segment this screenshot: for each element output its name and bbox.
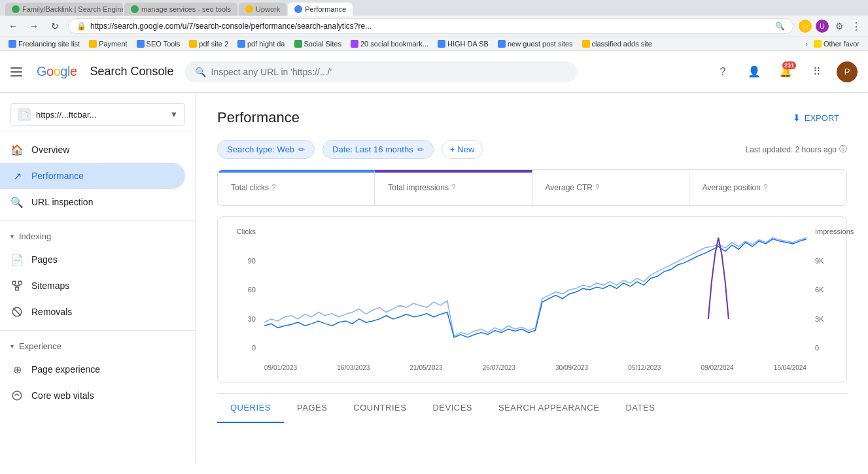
bookmark-favicon [582, 40, 590, 48]
search-input[interactable] [211, 67, 566, 77]
help-icon[interactable]: ? [451, 183, 456, 192]
bookmark-label: Other favor [824, 40, 859, 48]
sidebar-item-label: Performance [31, 171, 84, 181]
tab-pages[interactable]: PAGES [284, 394, 340, 423]
help-icon[interactable]: ⓘ [839, 144, 847, 155]
reload-button[interactable]: ↻ [47, 18, 63, 34]
date-filter[interactable]: Date: Last 16 months ✏ [322, 140, 434, 159]
sidebar-item-core-web-vitals[interactable]: Core web vitals [0, 382, 185, 409]
app-name: Search Console [90, 65, 174, 78]
tab-dates-label: DATES [625, 403, 655, 413]
bookmark-socialbookmark[interactable]: 20 social bookmark... [347, 39, 432, 49]
export-label: EXPORT [805, 113, 839, 123]
bookmark-highdasb[interactable]: HIGH DA SB [434, 39, 492, 49]
browser-tab-1[interactable]: Family/Backlink | Search Engine ... [5, 3, 123, 16]
removals-icon [10, 305, 24, 318]
content-header: Performance ⬇ EXPORT [217, 109, 847, 127]
bookmark-classified[interactable]: classified adds site [579, 39, 655, 49]
sidebar-item-performance[interactable]: ↗ Performance [0, 163, 185, 189]
plus-icon: + [450, 144, 455, 154]
profile-icon[interactable]: U [816, 20, 829, 33]
bookmark-seotools[interactable]: SEO Tools [133, 39, 184, 49]
metric-avg-position[interactable]: Average position ? [689, 170, 846, 205]
tab-countries-label: COUNTRIES [353, 403, 406, 413]
bookmark-pdfsite2[interactable]: pdf site 2 [186, 39, 232, 49]
tab-dates[interactable]: DATES [612, 394, 668, 423]
sidebar-item-sitemaps[interactable]: Sitemaps [0, 273, 185, 299]
search-icon: 🔍 [195, 67, 206, 77]
home-icon: 🏠 [10, 143, 24, 156]
help-icon[interactable]: ? [763, 183, 768, 192]
bookmark-socialsites[interactable]: Social Sites [291, 39, 345, 49]
sidebar-item-page-experience[interactable]: ⊕ Page experience [0, 356, 185, 382]
browser-tab-3[interactable]: Upwork [239, 3, 286, 16]
bookmark-label: new guest post sites [508, 40, 573, 48]
bookmark-label: SEO Tools [147, 40, 181, 48]
sidebar-item-overview[interactable]: 🏠 Overview [0, 137, 185, 163]
x-label-5: 30/09/2023 [555, 364, 588, 371]
help-icon[interactable]: ? [271, 183, 276, 192]
metrics-row: Total clicks ? Total impressions ? Avera… [217, 169, 847, 206]
tab-queries-label: QUERIES [230, 403, 271, 413]
indexing-section-header[interactable]: ▾ Indexing [0, 226, 196, 246]
bookmarks-more[interactable]: › [805, 40, 808, 48]
sidebar-item-removals[interactable]: Removals [0, 299, 185, 325]
x-label-3: 21/05/2023 [410, 364, 443, 371]
export-button[interactable]: ⬇ EXPORT [785, 109, 847, 127]
main-layout: 📄 https://...ftcbar... ▼ 🏠 Overview ↗ Pe… [0, 93, 868, 463]
forward-button[interactable]: → [26, 18, 42, 34]
sitemaps-icon [10, 279, 24, 292]
address-bar[interactable]: 🔒 https://search.google.com/u/7/search-c… [68, 18, 793, 34]
tab-label-3: Upwork [256, 5, 280, 13]
tab-search-appearance[interactable]: SEARCH APPEARANCE [485, 394, 612, 423]
help-icon: ? [720, 66, 726, 78]
help-button[interactable]: ? [711, 60, 735, 84]
help-icon[interactable]: ? [595, 183, 600, 192]
bookmark-otherfav[interactable]: Other favor [810, 39, 863, 49]
more-icon[interactable]: ⋮ [850, 20, 863, 33]
y-left-30: 30 [248, 315, 256, 323]
metric-avg-ctr[interactable]: Average CTR ? [532, 170, 689, 205]
lock-icon: 🔒 [77, 22, 86, 31]
avatar[interactable]: P [837, 61, 858, 82]
x-label-1: 09/01/2023 [264, 364, 297, 371]
chart-y-axis-left: Clicks 90 60 30 0 [228, 228, 261, 352]
browser-tab-2[interactable]: manage services - seo tools [124, 3, 237, 16]
trending-up-icon: ↗ [10, 169, 24, 182]
app-header: Google Search Console 🔍 ? 👤 🔔 231 ⠿ P [0, 51, 868, 93]
svg-rect-2 [16, 287, 19, 290]
metric-total-impressions[interactable]: Total impressions ? [375, 170, 532, 205]
search-type-filter[interactable]: Search type: Web ✏ [217, 140, 315, 159]
notifications-button[interactable]: 🔔 231 [774, 60, 797, 84]
y-left-0: 0 [252, 344, 256, 352]
browser-tab-4[interactable]: Performance [288, 3, 353, 16]
sidebar-item-label: Removals [31, 307, 72, 317]
back-button[interactable]: ← [5, 18, 21, 34]
bookmark-guestpost[interactable]: new guest post sites [495, 39, 576, 49]
extensions-icon[interactable]: ⚙ [833, 20, 846, 33]
last-updated-text: Last updated: 2 hours ago [746, 145, 837, 154]
sidebar-item-pages[interactable]: 📄 Pages [0, 246, 185, 273]
sidebar-item-url-inspection[interactable]: 🔍 URL inspection [0, 189, 185, 215]
hamburger-menu[interactable] [10, 64, 26, 80]
property-selector[interactable]: 📄 https://...ftcbar... ▼ [10, 103, 185, 126]
pages-icon: 📄 [10, 253, 24, 266]
bookmark-favicon [814, 40, 822, 48]
header-search[interactable]: 🔍 [184, 61, 577, 82]
address-bar-url: https://search.google.com/u/7/search-con… [90, 22, 771, 31]
tab-countries[interactable]: COUNTRIES [340, 394, 419, 423]
admin-button[interactable]: 👤 [742, 60, 766, 84]
bookmark-freelancing[interactable]: Freelancing site list [5, 39, 83, 49]
metric-total-clicks[interactable]: Total clicks ? [218, 170, 375, 205]
bookmark-payment[interactable]: Payment [86, 39, 130, 49]
property-icon: 📄 [18, 108, 31, 121]
add-filter-button[interactable]: + New [442, 140, 483, 159]
browser-toolbar: ← → ↻ 🔒 https://search.google.com/u/7/se… [0, 16, 868, 37]
tab-devices[interactable]: DEVICES [419, 394, 485, 423]
x-label-2: 16/03/2023 [337, 364, 370, 371]
bookmark-star-icon[interactable]: ☆ [799, 20, 812, 33]
experience-section-header[interactable]: ▾ Experience [0, 336, 196, 356]
apps-button[interactable]: ⠿ [805, 60, 829, 84]
bookmark-pdfhight[interactable]: pdf hight da [234, 39, 288, 49]
tab-queries[interactable]: QUERIES [217, 394, 284, 423]
